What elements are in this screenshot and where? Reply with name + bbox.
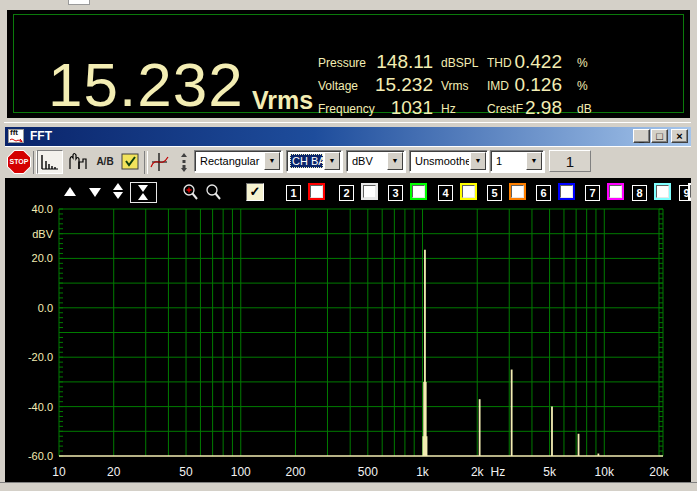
reading-row-thd: THD 0.422 % — [487, 52, 617, 75]
reading-value: 0.422 — [505, 50, 562, 73]
y-tick-label: -20.0 — [28, 351, 53, 363]
y-tick-label: -60.0 — [28, 450, 53, 462]
reading-unit: dB — [577, 98, 592, 121]
fft-toolbar: STOP A/B — [5, 146, 692, 178]
screen: 15.232 Vrms Pressure 148.11 dBSPL Voltag… — [0, 0, 697, 491]
xy-axes-icon — [147, 150, 172, 174]
reading-unit: dBSPL — [441, 52, 478, 75]
level-meter-panel: 15.232 Vrms Pressure 148.11 dBSPL Voltag… — [0, 0, 697, 122]
window-function-combo[interactable]: Rectangular ▼ — [194, 150, 282, 172]
spectrum-icon — [38, 151, 62, 173]
reading-unit: Vrms — [441, 75, 469, 98]
window-title: FFT — [30, 129, 52, 143]
combo-value: Rectangular — [198, 154, 263, 168]
x-tick-label: 1k — [416, 465, 430, 479]
combo-value: 1 — [494, 154, 525, 168]
reading-row-voltage: Voltage 15.232 Vrms — [318, 75, 483, 98]
smoothing-combo[interactable]: Unsmoothed ▼ — [409, 150, 488, 172]
title-bar[interactable]: fft FFT _ □ × — [5, 127, 692, 146]
y-axis-unit-label: dBV — [32, 228, 53, 240]
ab-compare-button[interactable]: A/B — [93, 150, 117, 174]
xy-transfer-button[interactable] — [147, 150, 172, 174]
combo-value: Unsmoothed — [413, 154, 469, 168]
checklist-icon — [118, 150, 142, 174]
fft-window: fft FFT _ □ × STOP — [0, 122, 697, 491]
reading-label: Voltage — [318, 75, 358, 98]
y-tick-label: -40.0 — [28, 401, 53, 413]
reading-value: 2.98 — [505, 96, 562, 119]
fft-icon-curve — [9, 130, 24, 143]
amplitude-units-combo[interactable]: dBV ▼ — [346, 150, 405, 172]
clipped-control-remnant — [68, 0, 90, 5]
reading-label: Frequency — [318, 98, 375, 121]
averages-combo[interactable]: 1 ▼ — [490, 150, 544, 172]
reading-value: 1031 — [370, 96, 433, 119]
x-tick-label: 20 — [107, 465, 121, 479]
combo-value: dBV — [350, 154, 386, 168]
reading-unit: Hz — [441, 98, 456, 121]
y-tick-label: 0.0 — [38, 302, 53, 314]
average-count-display: 1 — [549, 150, 591, 172]
chevron-down-icon[interactable]: ▼ — [324, 152, 340, 170]
close-button[interactable]: × — [671, 129, 688, 143]
window-right-border — [691, 122, 697, 491]
x-tick-label: 2k — [471, 465, 485, 479]
chart-client-area: ✓ 123456789 1020501002005001k2k5k10k20kH… — [5, 178, 692, 483]
x-tick-label: 50 — [179, 465, 193, 479]
chevron-down-icon[interactable]: ▼ — [526, 152, 542, 170]
x-tick-label: 100 — [231, 465, 251, 479]
x-tick-label: 20k — [649, 465, 669, 479]
maximize-button[interactable]: □ — [651, 129, 668, 143]
distortion-markers-button[interactable] — [173, 150, 196, 174]
x-tick-label: 200 — [285, 465, 305, 479]
window-left-border — [0, 122, 4, 491]
minimize-button[interactable]: _ — [633, 129, 650, 143]
spectrum-view-button[interactable] — [37, 150, 63, 174]
x-axis-unit-label: Hz — [491, 465, 506, 479]
x-tick-label: 10k — [595, 465, 615, 479]
reading-value: 15.232 — [370, 73, 433, 96]
main-voltage-unit: Vrms — [252, 86, 313, 115]
ab-icon: A/B — [93, 150, 117, 174]
channel-select-combo[interactable]: CH BAL ▼ — [286, 150, 342, 172]
stop-label: STOP — [8, 151, 30, 173]
time-series-view-button[interactable] — [66, 150, 92, 174]
fft-spectrum-chart: 1020501002005001k2k5k10k20kHz40.020.00.0… — [5, 197, 692, 483]
step-waveform-icon — [66, 150, 92, 174]
chevron-down-icon[interactable]: ▼ — [470, 152, 486, 170]
reading-value: 148.11 — [370, 50, 433, 73]
reading-unit: % — [577, 52, 588, 75]
dotted-arrows-icon — [173, 150, 196, 174]
x-tick-label: 500 — [358, 465, 378, 479]
x-tick-label: 5k — [543, 465, 557, 479]
window-bottom-border — [0, 482, 697, 491]
test-options-button[interactable] — [118, 150, 142, 174]
reading-label: Pressure — [318, 52, 366, 75]
fft-window-icon: fft — [8, 129, 24, 143]
reading-value: 0.126 — [505, 73, 562, 96]
y-tick-label: 20.0 — [32, 252, 53, 264]
main-voltage-readout: 15.232 — [48, 54, 244, 116]
chevron-down-icon[interactable]: ▼ — [387, 152, 403, 170]
reading-unit: % — [577, 75, 588, 98]
reading-row-frequency: Frequency 1031 Hz — [318, 98, 483, 121]
reading-row-imd: IMD 0.126 % — [487, 75, 617, 98]
chevron-down-icon[interactable]: ▼ — [264, 152, 280, 170]
reading-row-crestf: CrestF 2.98 dB — [487, 98, 617, 121]
combo-value: CH BAL — [290, 154, 323, 168]
x-tick-label: 10 — [52, 465, 66, 479]
reading-row-pressure: Pressure 148.11 dBSPL — [318, 52, 483, 75]
stop-button[interactable]: STOP — [7, 150, 31, 174]
y-tick-label: 40.0 — [32, 203, 53, 215]
meter-display: 15.232 Vrms Pressure 148.11 dBSPL Voltag… — [7, 10, 690, 118]
